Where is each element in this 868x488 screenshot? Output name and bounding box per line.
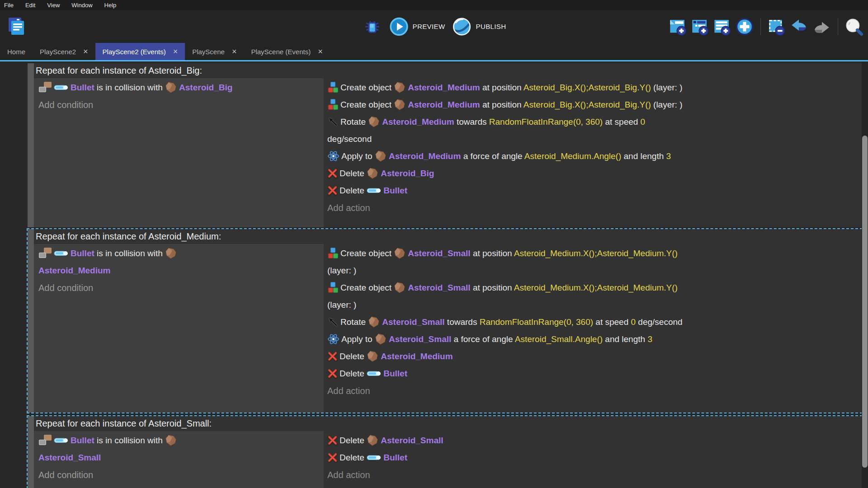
active-tab-underline [0,60,868,61]
action-row[interactable]: Create object Asteroid_Small at position… [327,279,860,296]
remove-event-icon[interactable] [767,18,785,36]
instruction-text: at speed [603,117,640,127]
condition-row[interactable]: Bullet is in collision with [38,432,320,449]
tab-bar: HomePlayScene2×PlayScene2 (Events)×PlayS… [0,43,868,60]
menu-window[interactable]: Window [66,0,98,10]
action-row[interactable]: Delete Bullet [327,182,860,199]
add-condition-button[interactable]: Add condition [38,466,320,483]
instruction-text: is in collision with [94,83,165,92]
action-row[interactable]: Rotate Asteroid_Small towards RandomFloa… [327,314,860,331]
action-row[interactable]: Apply to Asteroid_Small a force of angle… [327,331,860,348]
event-drag-handle[interactable] [28,63,34,227]
event-block-2[interactable]: Repeat for each instance of Asteroid_Med… [28,229,862,413]
event-header[interactable]: Repeat for each instance of Asteroid_Med… [34,229,862,244]
instruction-text: Create object [340,283,394,292]
add-action-button[interactable]: Add action [327,466,860,483]
actions-panel: Create object Asteroid_Medium at positio… [324,78,862,227]
expression-text: RandomFloatInRange(0, 360) [489,117,603,127]
add-comment-icon[interactable] [713,18,731,36]
action-row[interactable]: Delete Asteroid_Medium [327,348,860,365]
asteroid-icon [165,247,177,259]
event-header[interactable]: Repeat for each instance of Asteroid_Big… [34,63,862,78]
object-name: Bullet [383,186,407,195]
action-row[interactable]: deg/second [327,131,860,148]
tab-playscene2[interactable]: PlayScene2× [33,43,95,60]
asteroid-icon [375,333,387,345]
tab-close-icon[interactable]: × [173,47,178,56]
search-icon[interactable] [844,17,863,36]
redo-icon[interactable] [812,17,831,36]
apply-force-icon [327,333,340,345]
condition-row[interactable]: Bullet is in collision with Asteroid_Big [38,79,320,96]
add-action-button[interactable]: Add action [327,382,860,399]
event-drag-handle[interactable] [28,229,34,413]
action-row[interactable]: Delete Bullet [327,449,860,466]
tab-close-icon[interactable]: × [318,47,323,56]
debug-icon[interactable] [362,16,383,37]
add-condition-button[interactable]: Add condition [38,279,320,296]
preview-play-icon [389,17,409,37]
instruction-text: Rotate [340,117,368,127]
action-row[interactable]: (layer: ) [327,296,860,314]
instruction-text: Rotate [340,317,368,327]
tab-playscene-events[interactable]: PlayScene (Events)× [244,43,330,60]
actions-panel: Create object Asteroid_Small at position… [324,244,862,413]
action-row[interactable]: Create object Asteroid_Medium at positio… [327,96,860,113]
object-name: Asteroid_Medium [38,266,110,275]
action-row[interactable]: (layer: ) [327,262,860,279]
tab-playscene2-events[interactable]: PlayScene2 (Events)× [95,43,185,60]
instruction-text: and length [603,334,647,344]
actions-panel: Delete Asteroid_SmallDelete BulletAdd ac… [324,431,862,488]
condition-row[interactable]: Asteroid_Small [38,449,320,466]
instruction-text: at position [480,100,524,109]
event-block-3[interactable]: Repeat for each instance of Asteroid_Sma… [28,416,862,488]
menu-file[interactable]: File [0,0,19,10]
condition-row[interactable]: Bullet is in collision with [38,245,320,262]
event-drag-handle[interactable] [28,416,34,488]
create-object-icon [327,99,339,111]
menu-edit[interactable]: Edit [19,0,41,10]
undo-icon[interactable] [789,17,808,36]
instruction-text: deg/second [636,317,683,327]
toolbar: PREVIEW PUBLISH [0,10,868,43]
tab-close-icon[interactable]: × [83,47,88,56]
menu-view[interactable]: View [41,0,66,10]
tab-home[interactable]: Home [0,43,33,60]
add-event-icon[interactable] [669,18,687,36]
add-action-button[interactable]: Add action [327,199,860,216]
expression-text: 3 [647,334,652,344]
action-row[interactable]: Delete Asteroid_Small [327,432,860,449]
menu-help[interactable]: Help [99,0,123,10]
action-row[interactable]: Create object Asteroid_Small at position… [327,245,860,262]
condition-row[interactable]: Asteroid_Medium [38,262,320,279]
add-new-event-circle-icon[interactable] [735,17,754,36]
asteroid-icon [367,350,379,362]
object-name: Asteroid_Small [389,334,451,344]
instruction-text: towards [445,317,480,327]
action-row[interactable]: Delete Asteroid_Big [327,165,860,182]
tab-playscene[interactable]: PlayScene× [185,43,244,60]
instruction-text: towards [454,117,489,127]
action-row[interactable]: Create object Asteroid_Medium at positio… [327,79,860,96]
object-name: Bullet [71,436,94,445]
event-block-1[interactable]: Repeat for each instance of Asteroid_Big… [28,63,862,227]
action-row[interactable]: Delete Bullet [327,365,860,382]
add-subevent-icon[interactable] [691,18,709,36]
expression-text: Asteroid_Small.Angle() [515,334,603,344]
vertical-scrollbar[interactable] [862,61,868,488]
publish-button[interactable]: PUBLISH [451,16,506,37]
tab-close-icon[interactable]: × [232,47,237,56]
expression-text: 3 [666,151,671,161]
action-row[interactable]: Apply to Asteroid_Medium a force of angl… [327,148,860,165]
object-name: Bullet [383,453,407,462]
action-row[interactable]: Rotate Asteroid_Medium towards RandomFlo… [327,113,860,131]
events-sheet[interactable]: Repeat for each instance of Asteroid_Big… [0,61,862,488]
object-name: Asteroid_Medium [381,352,453,361]
collision-icon [38,434,52,446]
preview-button[interactable]: PREVIEW [389,17,445,37]
event-header[interactable]: Repeat for each instance of Asteroid_Sma… [34,416,862,431]
instruction-text: Create object [340,100,394,109]
add-condition-button[interactable]: Add condition [38,96,320,113]
project-manager-button[interactable] [5,15,27,39]
scrollbar-thumb[interactable] [862,136,868,468]
